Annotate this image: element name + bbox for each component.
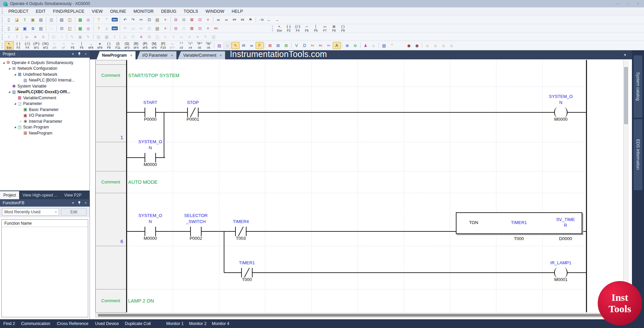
ladder-comment-text[interactable]: AUTO MODE — [128, 179, 296, 185]
menu-project[interactable]: PROJECT — [5, 9, 32, 14]
library3-icon[interactable]: ⌂ — [439, 42, 447, 49]
insert-cell-icon[interactable]: ⊞ — [172, 16, 180, 23]
special-module-icon[interactable]: ¤ — [137, 33, 145, 40]
ssc-badge-icon[interactable]: ssc — [111, 16, 119, 23]
tree-item-newplc-xbc-dxxxe-offl[interactable]: ◢▥NewPLC(XBC-DxxxE)-Offl... — [0, 89, 90, 95]
key-c5[interactable]: ╵P╵c5 — [195, 41, 204, 50]
horizontal-scrollbar-thumb[interactable] — [98, 314, 614, 317]
address-table-icon[interactable]: ⊞ — [274, 42, 282, 49]
run-icon[interactable]: ▶ — [23, 33, 31, 40]
device-view-icon[interactable]: ▦ — [223, 42, 231, 49]
help-topic-icon[interactable]: ? — [95, 16, 103, 23]
contact-t003[interactable]: TIMER4T003 — [217, 211, 264, 242]
tab-newprogram[interactable]: NewProgram× — [97, 51, 136, 59]
insert-rung-icon[interactable]: ⊟ — [196, 16, 204, 23]
write-mod-icon[interactable]: ▣ — [76, 33, 84, 40]
key-f8[interactable]: ⊞F8 — [329, 24, 338, 33]
view-all-icon[interactable]: A — [333, 42, 341, 49]
view-vc-icon[interactable]: Vc — [325, 42, 333, 49]
cut-disabled-icon[interactable]: ✂ — [137, 25, 145, 32]
upload-icon[interactable]: ⇑ — [13, 33, 21, 40]
connect-pc-icon[interactable]: ⊟ — [58, 25, 66, 32]
tree-expander-icon[interactable]: ◢ — [8, 91, 11, 93]
key-f4[interactable]: ┤/├F4 — [293, 24, 302, 33]
contact-p0002[interactable]: SELECTOR_SWITCHP0002 — [172, 211, 219, 242]
d1-monitor-icon[interactable]: D1 — [212, 25, 220, 32]
io-info-icon[interactable]: I — [169, 33, 177, 40]
status-communication[interactable]: Communication — [21, 321, 50, 326]
key-sf2[interactable]: ┤N├sF2 — [41, 41, 50, 50]
simulation-start-icon[interactable]: ◎ — [84, 25, 92, 32]
monitor-grid-icon[interactable]: ▦ — [76, 16, 84, 23]
delete-node-icon[interactable]: ⊠ — [188, 25, 196, 32]
insert-line-icon[interactable]: ⊞ — [180, 16, 188, 23]
delete-red-icon[interactable]: × — [161, 25, 169, 32]
tree-item-scan-program[interactable]: ◢◳Scan Program — [0, 124, 90, 130]
menu-edit[interactable]: EDIT — [32, 9, 49, 14]
print-icon[interactable]: ▤ — [37, 16, 45, 23]
backup-icon[interactable]: ⇧ — [111, 33, 119, 40]
edit-button[interactable]: Edit — [61, 208, 87, 216]
monitor-start-icon[interactable]: ▦ — [76, 25, 84, 32]
status-monitor-4[interactable]: Monitor 4 — [212, 321, 229, 326]
tree-item-undefined-network[interactable]: ◢▦Undefined Network — [0, 71, 90, 77]
status-duplicate-coil[interactable]: Duplicate Coil — [125, 321, 151, 326]
pause-icon[interactable]: ◔ — [58, 33, 66, 40]
close-button[interactable]: × — [637, 1, 639, 6]
contact-m0000[interactable]: SYSTEM_ONM0000 — [127, 138, 174, 168]
zoom-in-icon[interactable]: ⊕ — [343, 42, 351, 49]
comment-cell-label[interactable]: Comment — [96, 72, 125, 78]
tab-scroll-icon[interactable]: ▼ — [624, 53, 627, 57]
tree-item-newprogram[interactable]: ▦NewProgram — [0, 130, 90, 136]
print-page-icon[interactable]: ▤ — [37, 25, 45, 32]
tab-close-icon[interactable]: × — [171, 53, 173, 57]
menu-tools[interactable]: TOOLS — [180, 9, 202, 14]
blank-icon[interactable]: ▭ — [47, 25, 55, 32]
key-sf9[interactable]: ∗sF9 — [95, 41, 104, 50]
key-f7[interactable]: ▭F7 — [320, 24, 329, 33]
move-next-icon[interactable]: → — [273, 16, 281, 23]
key-sf1[interactable]: ┤P├sF1 — [32, 41, 41, 50]
status-monitor-1[interactable]: Monitor 1 — [166, 321, 183, 326]
menu-monitor[interactable]: MONITOR — [130, 9, 157, 14]
comment-cell-label[interactable]: Comment — [96, 179, 125, 185]
stop-icon[interactable]: ■ — [31, 33, 39, 40]
new-document-icon[interactable]: ▯ — [5, 16, 13, 23]
compare-icon[interactable]: ▤ — [95, 33, 103, 40]
key-c6[interactable]: ╵N╵c6 — [204, 41, 213, 50]
key-sf3[interactable]: (S)sF3 — [122, 41, 131, 50]
tab-close-icon[interactable]: × — [220, 53, 222, 57]
tree-item-parameter[interactable]: ◢◲Parameter — [0, 101, 90, 107]
key-c4[interactable]: ╵/╵c4 — [186, 41, 195, 50]
find-device-icon[interactable]: XY — [230, 16, 238, 23]
ladder-comment-text[interactable]: START/STOP SYSTEM — [128, 72, 296, 78]
key-f6[interactable]: │F6 — [77, 41, 86, 50]
key-sf6[interactable]: (N)sF6 — [150, 41, 159, 50]
pin-icon[interactable] — [78, 52, 81, 56]
write-plc-icon[interactable]: ◱ — [66, 25, 74, 32]
library2-icon[interactable]: ⌂ — [431, 42, 439, 49]
cancel-mod-icon[interactable]: ✎ — [84, 33, 92, 40]
question-balloon-icon[interactable]: ? — [95, 25, 103, 32]
add-doc-icon[interactable]: ⊞ — [145, 33, 153, 40]
right-tab-eds-information[interactable]: EDS information — [634, 119, 642, 190]
user-keyword-icon[interactable]: ♟ — [362, 42, 370, 49]
key-f11[interactable]: (/)F11 — [113, 41, 122, 50]
menu-debug[interactable]: DEBUG — [157, 9, 180, 14]
panel-menu-icon[interactable]: ▾ — [72, 52, 74, 56]
tree-item-internal-parameter[interactable]: ▷◉Internal Parameter — [0, 118, 90, 124]
status-cross-reference[interactable]: Cross Reference — [57, 321, 89, 326]
key-sf7[interactable]: ▭sF7 — [168, 41, 177, 50]
tree-expander-icon[interactable]: ◢ — [13, 126, 17, 128]
tab-i-o-parameter[interactable]: I/O Parameter× — [137, 51, 176, 59]
edit-comment-icon[interactable]: ✎ — [231, 42, 239, 49]
io-door-icon[interactable]: ◫ — [153, 33, 161, 40]
reset-icon[interactable]: ⊗ — [39, 33, 47, 40]
move-prev-icon[interactable]: ← — [265, 16, 273, 23]
find-icon[interactable]: ∞ — [214, 16, 222, 23]
program-check-icon[interactable]: ▤ — [215, 42, 223, 49]
tree-expander-icon[interactable]: ▷ — [19, 120, 22, 123]
tree-item-newplc-b0s0-internal[interactable]: ▤NewPLC [B0S0 Internal... — [0, 77, 90, 84]
cut-icon[interactable]: ✂ — [137, 16, 145, 23]
key-f4[interactable]: ┤/├F4 — [23, 41, 32, 50]
